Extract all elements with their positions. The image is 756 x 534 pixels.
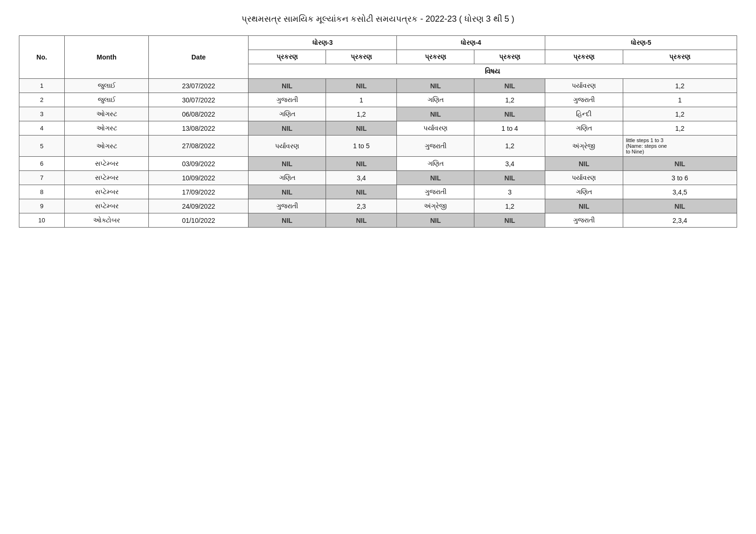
table-row: 7સપ્ટેમ્બર10/09/2022ગણિત3,4NILNILપર્યાવર… (19, 171, 737, 185)
col-prakran3a: પ્રકરણ (397, 50, 474, 64)
nil-cell: NIL (326, 79, 397, 93)
data-cell: 3,4 (474, 157, 545, 171)
nil-cell: NIL (248, 213, 326, 228)
nil-cell: NIL (397, 213, 474, 228)
nil-cell: NIL (623, 199, 737, 213)
data-cell: 1,2 (623, 79, 737, 93)
data-cell: 1 to 4 (474, 121, 545, 136)
nil-cell: NIL (248, 79, 326, 93)
data-cell: પર્યાવરણ (248, 136, 326, 157)
nil-cell: NIL (397, 107, 474, 121)
table-row: 2જુલાઈ30/07/2022ગુજરાતી1ગણિત1,2ગુજરાતી1 (19, 93, 737, 107)
row-month: સપ્ટેમ્બર (64, 185, 149, 199)
data-cell: હિન્દી (545, 107, 623, 121)
vishay-label: વિષય (248, 64, 737, 79)
data-cell: 3,4,5 (623, 185, 737, 199)
data-cell: ગુજરાતી (248, 93, 326, 107)
row-date: 17/09/2022 (149, 185, 248, 199)
page-title: પ્રથમસત્ર સામયિક મૂલ્યાંકન કસોટી સમયપત્ર… (19, 14, 737, 24)
nil-cell: NIL (326, 213, 397, 228)
row-month: જુલાઈ (64, 93, 149, 107)
data-cell: ગણિત (397, 93, 474, 107)
table-row: 6સપ્ટેમ્બર03/09/2022NILNILગણિત3,4NILNIL (19, 157, 737, 171)
data-cell: ગણિત (545, 185, 623, 199)
col-dhoran5: ધોરણ-5 (545, 36, 737, 50)
nil-cell: NIL (397, 79, 474, 93)
col-dhoran4: ધોરણ-4 (397, 36, 545, 50)
nil-cell: NIL (474, 79, 545, 93)
col-date: Date (149, 36, 248, 79)
data-cell: પર્યાવરણ (397, 121, 474, 136)
data-cell: ગુજરાતી (397, 136, 474, 157)
data-cell: 3,4 (326, 171, 397, 185)
schedule-table: No. Month Date ધોરણ-3 ધોરણ-4 ધોરણ-5 પ્રક… (19, 35, 737, 228)
table-row: 9સપ્ટેમ્બર24/09/2022ગુજરાતી2,3અંગ્રેજી1,… (19, 199, 737, 213)
col-prakran4a: પ્રકરણ (474, 50, 545, 64)
data-cell: 1,2 (474, 199, 545, 213)
data-cell: પર્યાવરણ (545, 171, 623, 185)
row-date: 06/08/2022 (149, 107, 248, 121)
nil-cell: NIL (623, 157, 737, 171)
row-date: 13/08/2022 (149, 121, 248, 136)
row-date: 27/08/2022 (149, 136, 248, 157)
data-cell: ગણિત (248, 107, 326, 121)
row-date: 01/10/2022 (149, 213, 248, 228)
data-cell: ગણિત (545, 121, 623, 136)
data-cell: 3 to 6 (623, 171, 737, 185)
data-cell: ગુજરાતી (248, 199, 326, 213)
nil-cell: NIL (248, 121, 326, 136)
nil-cell: NIL (474, 107, 545, 121)
row-month: જુલાઈ (64, 79, 149, 93)
row-month: સપ્ટેમ્બર (64, 199, 149, 213)
row-month: ઓક્ટોબર (64, 213, 149, 228)
row-month: સપ્ટેમ્બર (64, 157, 149, 171)
row-number: 7 (19, 171, 65, 185)
data-cell: 1,2 (474, 93, 545, 107)
nil-cell: NIL (545, 157, 623, 171)
nil-cell: NIL (248, 157, 326, 171)
data-cell: 1 (326, 93, 397, 107)
col-prakran5a: પ્રકરણ (545, 50, 623, 64)
nil-cell: NIL (248, 185, 326, 199)
table-row: 10ઓક્ટોબર01/10/2022NILNILNILNILગુજરાતી2,… (19, 213, 737, 228)
row-date: 23/07/2022 (149, 79, 248, 93)
data-cell: અંગ્રેજી (545, 136, 623, 157)
data-cell: 2,3,4 (623, 213, 737, 228)
row-date: 10/09/2022 (149, 171, 248, 185)
table-row: 5ઓગસ્ટ27/08/2022પર્યાવરણ1 to 5ગુજરાતી1,2… (19, 136, 737, 157)
row-number: 9 (19, 199, 65, 213)
col-prakran6a: પ્રકરણ (623, 50, 737, 64)
row-month: ઓગસ્ટ (64, 136, 149, 157)
data-cell: ગુજરાતી (545, 93, 623, 107)
table-body: 1જુલાઈ23/07/2022NILNILNILNILપર્યાવરણ1,22… (19, 79, 737, 228)
data-cell: 1 to 5 (326, 136, 397, 157)
data-cell: પર્યાવરણ (545, 79, 623, 93)
col-dhoran3: ધોરણ-3 (248, 36, 396, 50)
data-cell: 1,2 (326, 107, 397, 121)
nil-cell: NIL (545, 199, 623, 213)
row-number: 2 (19, 93, 65, 107)
row-number: 1 (19, 79, 65, 93)
data-cell: ગુજરાતી (545, 213, 623, 228)
nil-cell: NIL (326, 121, 397, 136)
data-cell: 1,2 (474, 136, 545, 157)
table-header-row: No. Month Date ધોરણ-3 ધોરણ-4 ધોરણ-5 (19, 36, 737, 50)
nil-cell: NIL (474, 171, 545, 185)
data-cell: 1 (623, 93, 737, 107)
col-month: Month (64, 36, 149, 79)
col-no: No. (19, 36, 65, 79)
nil-cell: NIL (474, 213, 545, 228)
col-prakran1: પ્રકરણ (248, 50, 326, 64)
table-row: 8સપ્ટેમ્બર17/09/2022NILNILગુજરાતી3ગણિત3,… (19, 185, 737, 199)
table-row: 3ઓગસ્ટ06/08/2022ગણિત1,2NILNILહિન્દી1,2 (19, 107, 737, 121)
row-number: 6 (19, 157, 65, 171)
data-cell: ગણિત (397, 157, 474, 171)
data-cell: 3 (474, 185, 545, 199)
row-date: 30/07/2022 (149, 93, 248, 107)
nil-cell: NIL (326, 157, 397, 171)
col-prakran2a: પ્રકરણ (326, 50, 397, 64)
row-month: સપ્ટેમ્બર (64, 171, 149, 185)
nil-cell: NIL (326, 185, 397, 199)
data-cell: ગણિત (248, 171, 326, 185)
row-number: 3 (19, 107, 65, 121)
